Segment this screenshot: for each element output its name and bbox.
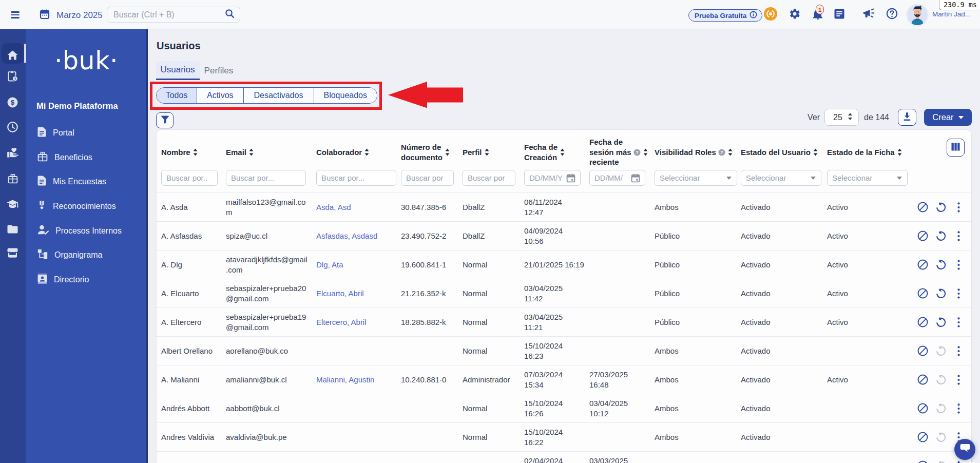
tab-perfiles[interactable]: Perfiles xyxy=(200,61,238,80)
sidebar-item-organigrama[interactable]: Organigrama xyxy=(26,243,146,267)
sort-icon[interactable] xyxy=(248,148,254,156)
block-user-icon[interactable] xyxy=(917,202,928,213)
sort-icon[interactable] xyxy=(813,148,818,156)
rail-item-home[interactable] xyxy=(2,43,24,64)
column-header-nombre[interactable]: Nombre xyxy=(161,130,226,170)
assistant-button[interactable] xyxy=(764,0,777,29)
column-header-fecha-de-sesión-más-reciente[interactable]: Fecha desesión más?reciente xyxy=(589,130,655,170)
segment-todos[interactable]: Todos xyxy=(157,88,197,103)
help-icon[interactable] xyxy=(886,0,898,29)
filter-input-nombre[interactable] xyxy=(161,170,218,186)
rail-item-folder[interactable] xyxy=(2,219,24,239)
reset-password-icon[interactable] xyxy=(935,202,946,213)
reset-password-icon[interactable] xyxy=(935,345,946,357)
reset-password-icon[interactable] xyxy=(935,317,946,328)
segment-bloqueados[interactable]: Bloqueados xyxy=(314,88,377,103)
block-user-icon[interactable] xyxy=(917,403,928,414)
cell-collaborator[interactable]: Prueba, Andy xyxy=(316,452,401,463)
row-menu-dots-icon[interactable] xyxy=(953,345,964,357)
filter-select-estado-de-la-ficha[interactable]: Seleccionar xyxy=(827,170,908,186)
cell-collaborator[interactable]: Elcuarto, Abril xyxy=(316,279,401,307)
filter-select-estado-del-usuario[interactable]: Seleccionar xyxy=(741,170,821,186)
column-header-número-de-documento[interactable]: Número dedocumento xyxy=(401,130,463,170)
rail-item-graduation-cap[interactable] xyxy=(2,194,24,215)
filter-date-fecha-de-sesión-más-reciente[interactable]: DD/MM/ xyxy=(589,170,645,186)
chat-fab[interactable] xyxy=(954,439,975,460)
row-menu-dots-icon[interactable] xyxy=(953,317,964,328)
hamburger-menu-icon[interactable] xyxy=(11,11,20,18)
sort-icon[interactable] xyxy=(560,148,565,156)
row-menu-dots-icon[interactable] xyxy=(953,202,964,213)
column-header-email[interactable]: Email xyxy=(226,130,316,170)
notifications-bell-icon[interactable] xyxy=(812,0,824,29)
rail-item-hand-heart[interactable] xyxy=(2,143,24,163)
reset-password-icon[interactable] xyxy=(935,288,946,299)
block-user-icon[interactable] xyxy=(917,432,928,443)
tab-usuarios[interactable]: Usuarios xyxy=(156,61,200,80)
news-icon[interactable] xyxy=(833,0,846,29)
sort-icon[interactable] xyxy=(727,148,733,156)
info-icon[interactable]: ? xyxy=(633,149,641,156)
cell-collaborator[interactable]: Dlg, Ata xyxy=(316,250,401,279)
sort-icon[interactable] xyxy=(643,148,648,156)
block-user-icon[interactable] xyxy=(917,374,928,385)
column-selector-button[interactable] xyxy=(947,139,965,157)
filter-input-número-de-documento[interactable] xyxy=(401,170,454,186)
info-icon[interactable]: ? xyxy=(718,149,725,156)
sort-icon[interactable] xyxy=(897,148,902,156)
filter-select-visibilidad-roles[interactable]: Seleccionar xyxy=(655,170,737,186)
segment-desactivados[interactable]: Desactivados xyxy=(244,88,314,103)
column-header-visibilidad-roles[interactable]: Visibilidad Roles? xyxy=(655,130,741,170)
rail-item-clock[interactable] xyxy=(2,117,24,137)
settings-gear-icon[interactable] xyxy=(789,0,801,29)
column-header-estado-de-la-ficha[interactable]: Estado de la Ficha xyxy=(827,130,917,170)
reset-password-icon[interactable] xyxy=(935,259,946,271)
block-user-icon[interactable] xyxy=(917,460,928,463)
column-header-perfil[interactable]: Perfil xyxy=(463,130,524,170)
rail-item-clipboard-clock[interactable] xyxy=(2,66,24,86)
filter-input-email[interactable] xyxy=(226,170,306,186)
column-header-estado-del-usuario[interactable]: Estado del Usuario xyxy=(741,130,827,170)
row-menu-dots-icon[interactable] xyxy=(953,460,964,463)
global-search-input[interactable] xyxy=(113,10,225,20)
create-button[interactable]: Crear xyxy=(924,109,972,126)
filter-input-colaborador[interactable] xyxy=(316,170,396,186)
filter-button[interactable] xyxy=(156,112,174,128)
sidebar-item-procesos-internos[interactable]: Procesos Internos xyxy=(26,219,146,243)
row-menu-dots-icon[interactable] xyxy=(953,374,964,385)
row-menu-dots-icon[interactable] xyxy=(953,230,964,242)
rail-item-gift[interactable] xyxy=(2,168,24,189)
sort-icon[interactable] xyxy=(445,148,450,156)
block-user-icon[interactable] xyxy=(917,288,928,299)
page-size-select[interactable]: 25 xyxy=(824,109,859,126)
sort-icon[interactable] xyxy=(193,148,198,156)
reset-password-icon[interactable] xyxy=(935,460,946,463)
sort-icon[interactable] xyxy=(484,148,490,156)
search-icon[interactable] xyxy=(225,9,235,21)
user-avatar[interactable] xyxy=(907,5,928,25)
cell-collaborator[interactable]: Eltercero, Abril xyxy=(316,308,401,336)
reset-password-icon[interactable] xyxy=(935,374,946,385)
sidebar-item-directorio[interactable]: Directorio xyxy=(26,267,146,292)
cell-collaborator[interactable]: Malianni, Agustin xyxy=(316,365,401,394)
user-name[interactable]: Martín Jad... xyxy=(932,10,971,18)
rail-item-storefront[interactable] xyxy=(2,242,24,263)
cell-collaborator[interactable]: Asda, Asd xyxy=(316,193,401,221)
filter-date-fecha-de-creación[interactable]: DD/MM/Y xyxy=(524,170,581,186)
trial-badge[interactable]: Prueba Gratuita xyxy=(688,9,762,22)
block-user-icon[interactable] xyxy=(917,345,928,357)
row-menu-dots-icon[interactable] xyxy=(953,288,964,299)
filter-input-perfil[interactable] xyxy=(463,170,515,186)
announcements-megaphone-icon[interactable] xyxy=(862,0,875,29)
reset-password-icon[interactable] xyxy=(935,403,946,414)
sidebar-item-reconocimientos[interactable]: Reconocimientos xyxy=(26,194,146,219)
block-user-icon[interactable] xyxy=(917,259,928,271)
sort-icon[interactable] xyxy=(364,148,370,156)
block-user-icon[interactable] xyxy=(917,317,928,328)
column-header-fecha-de-creación[interactable]: Fecha deCreación xyxy=(524,130,589,170)
reset-password-icon[interactable] xyxy=(935,230,946,242)
download-button[interactable] xyxy=(898,109,916,126)
row-menu-dots-icon[interactable] xyxy=(953,403,964,414)
sidebar-item-portal[interactable]: Portal xyxy=(26,121,146,145)
sidebar-item-beneficios[interactable]: Beneficios xyxy=(26,145,146,170)
